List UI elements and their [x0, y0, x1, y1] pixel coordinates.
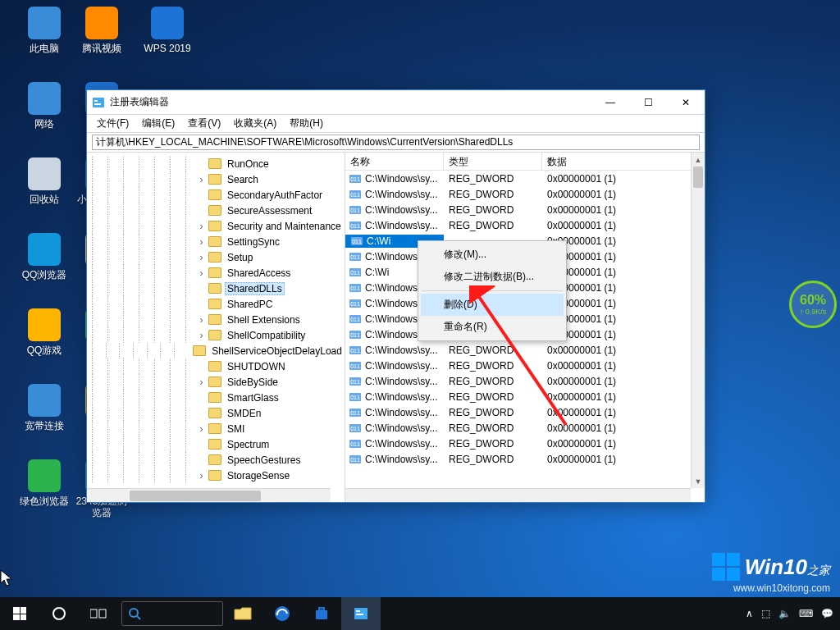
menu-view[interactable]: 查看(V): [181, 115, 227, 132]
context-menu-item[interactable]: 修改(M)...: [421, 244, 564, 266]
desktop-icon[interactable]: 网络: [18, 82, 71, 130]
list-row[interactable]: 011C:\Windows\sy...REG_DWORD0x00000001 (…: [345, 404, 705, 420]
expand-icon[interactable]: ›: [196, 236, 207, 248]
expand-icon[interactable]: ›: [196, 221, 207, 232]
expand-icon[interactable]: ›: [196, 377, 207, 388]
list-row[interactable]: 011C:\Windows\sy...REG_DWORD0x00000001 (…: [345, 217, 705, 233]
desktop-icon[interactable]: 回收站: [18, 158, 71, 205]
tree-item[interactable]: SMDEn: [87, 405, 345, 421]
col-data[interactable]: 数据: [542, 153, 705, 170]
taskbar-app-regedit[interactable]: [341, 597, 381, 630]
list-row[interactable]: 011C:\Windows\sy...REG_DWORD0x00000001 (…: [345, 358, 705, 373]
tray-overflow-icon[interactable]: ∧: [746, 608, 753, 619]
desktop-icon[interactable]: 绿色浏览器: [18, 459, 71, 507]
expand-icon[interactable]: ›: [196, 423, 207, 435]
taskview-button[interactable]: [79, 597, 118, 630]
list-row[interactable]: 011C:\Windows\sy...REG_DWORD0x00000001 (…: [345, 342, 705, 358]
titlebar[interactable]: 注册表编辑器 — ☐ ✕: [87, 90, 705, 115]
cortana-button[interactable]: [39, 597, 79, 630]
menu-file[interactable]: 文件(F): [90, 115, 135, 132]
address-input[interactable]: [92, 135, 700, 150]
tree-item[interactable]: ›StorageSense: [87, 468, 345, 483]
tree-item[interactable]: ›Shell Extensions: [87, 312, 345, 327]
tree-item[interactable]: ›SideBySide: [87, 374, 345, 390]
system-tray[interactable]: ∧ ⬚ 🔈 ⌨ 💬: [746, 608, 840, 619]
list-vscrollbar[interactable]: ▲ ▼: [691, 153, 705, 488]
context-menu-item[interactable]: 删除(D): [421, 294, 564, 316]
folder-icon: [208, 423, 221, 434]
list-row[interactable]: 011C:\Windows\sy...REG_DWORD0x00000001 (…: [345, 451, 705, 467]
menu-help[interactable]: 帮助(H): [283, 115, 330, 132]
list-row[interactable]: 011C:\Windows\sy...REG_DWORD0x00000001 (…: [345, 436, 705, 451]
desktop-icon[interactable]: QQ游戏: [18, 308, 71, 356]
tray-network-icon[interactable]: ⬚: [761, 608, 770, 619]
list-hscrollbar[interactable]: [345, 488, 691, 502]
tree-item[interactable]: ›SMI: [87, 421, 345, 436]
desktop-icon[interactable]: QQ浏览器: [18, 233, 71, 281]
expand-icon[interactable]: ›: [196, 174, 207, 185]
taskbar-app-folder[interactable]: [223, 597, 262, 630]
start-button[interactable]: [0, 597, 39, 630]
expand-icon[interactable]: ›: [196, 252, 207, 263]
close-button[interactable]: ✕: [667, 90, 705, 115]
context-menu-item[interactable]: 重命名(R): [421, 316, 564, 338]
svg-rect-52: [356, 614, 363, 615]
tree-item[interactable]: SpeechGestures: [87, 452, 345, 468]
folder-icon: [208, 470, 221, 481]
tree-item[interactable]: SharedPC: [87, 296, 345, 312]
expand-icon[interactable]: ›: [196, 470, 207, 482]
tree-item[interactable]: ›Search: [87, 171, 345, 187]
tree-item[interactable]: RunOnce: [87, 156, 345, 171]
list-row[interactable]: 011C:\Windows\sy...REG_DWORD0x00000001 (…: [345, 202, 705, 217]
scroll-down-icon[interactable]: ▼: [692, 474, 705, 488]
menu-edit[interactable]: 编辑(E): [135, 115, 181, 132]
desktop-icon[interactable]: 此电脑: [18, 7, 71, 54]
taskbar-app-edge[interactable]: [262, 597, 302, 630]
netspeed-widget[interactable]: 60% ↑ 0.9K/s: [789, 281, 837, 328]
tree-item[interactable]: SecondaryAuthFactor: [87, 187, 345, 203]
desktop-icon[interactable]: 腾讯视频: [75, 7, 128, 54]
menu-favorites[interactable]: 收藏夹(A): [227, 115, 283, 132]
col-name[interactable]: 名称: [345, 153, 444, 170]
minimize-button[interactable]: —: [591, 90, 629, 115]
desktop-icon[interactable]: WPS 2019: [141, 7, 194, 54]
value-type: REG_DWORD: [444, 438, 542, 450]
taskbar-app-store[interactable]: [302, 597, 341, 630]
tree-item[interactable]: Spectrum: [87, 436, 345, 452]
brand-url: www.win10xitong.com: [712, 582, 830, 594]
tree-item[interactable]: ›Security and Maintenance: [87, 218, 345, 234]
tray-volume-icon[interactable]: 🔈: [778, 608, 791, 619]
list-header[interactable]: 名称 类型 数据: [345, 153, 705, 171]
desktop-icon[interactable]: 宽带连接: [18, 384, 71, 431]
list-row[interactable]: 011C:\Windows\sy...REG_DWORD0x00000001 (…: [345, 420, 705, 436]
tray-ime-icon[interactable]: ⌨: [799, 608, 813, 619]
context-menu-item[interactable]: 修改二进制数据(B)...: [421, 266, 564, 288]
list-row[interactable]: 011C:\Windows\sy...REG_DWORD0x00000001 (…: [345, 186, 705, 202]
tree-item[interactable]: SecureAssessment: [87, 203, 345, 218]
expand-icon[interactable]: ›: [196, 330, 207, 341]
expand-icon[interactable]: ›: [196, 314, 207, 326]
tree-item[interactable]: SmartGlass: [87, 390, 345, 405]
scroll-up-icon[interactable]: ▲: [692, 153, 705, 167]
tree-item[interactable]: ›Setup: [87, 249, 345, 265]
list-row[interactable]: 011C:\Windows\sy...REG_DWORD0x00000001 (…: [345, 171, 705, 186]
maximize-button[interactable]: ☐: [629, 90, 667, 115]
tree-hscrollbar[interactable]: [87, 488, 331, 502]
tree-pane[interactable]: RunOnce›SearchSecondaryAuthFactorSecureA…: [87, 153, 345, 502]
tree-item[interactable]: SharedDLLs: [87, 281, 345, 296]
expand-icon[interactable]: ›: [196, 267, 207, 279]
col-type[interactable]: 类型: [444, 153, 542, 170]
list-row[interactable]: 011C:\Windows\sy...REG_DWORD0x00000001 (…: [345, 373, 705, 389]
tree-item[interactable]: ShellServiceObjectDelayLoad: [87, 343, 345, 358]
icon-label: QQ游戏: [18, 345, 71, 356]
tree-item[interactable]: ›SharedAccess: [87, 265, 345, 281]
tree-item-label: Shell Extensions: [225, 314, 303, 326]
tree-item[interactable]: ›ShellCompatibility: [87, 327, 345, 343]
list-row[interactable]: 011C:\Windows\sy...REG_DWORD0x00000001 (…: [345, 389, 705, 404]
taskbar-search[interactable]: [121, 601, 223, 626]
tray-notifications-icon[interactable]: 💬: [821, 608, 833, 619]
tree-item[interactable]: ›SettingSync: [87, 234, 345, 249]
taskbar[interactable]: ∧ ⬚ 🔈 ⌨ 💬: [0, 597, 840, 630]
reg-dword-icon: 011: [349, 328, 362, 341]
tree-item[interactable]: SHUTDOWN: [87, 358, 345, 374]
